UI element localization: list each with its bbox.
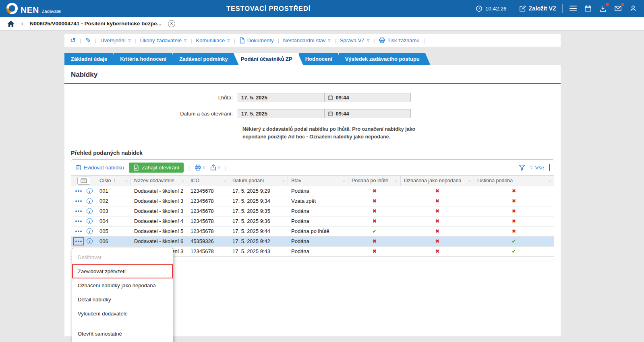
table-row-001[interactable]: i001Dodavatel - školení 21234567817. 5. … bbox=[71, 186, 554, 196]
tab-6[interactable]: Výsledek zadávacího postupu bbox=[339, 53, 431, 65]
home-icon[interactable] bbox=[7, 21, 14, 27]
check-icon: ✔ bbox=[512, 248, 516, 254]
toolbar-item-1[interactable]: Uveřejnění▽ bbox=[100, 37, 130, 43]
toolbar-separator: | bbox=[335, 37, 336, 43]
column-header-7[interactable]: Označena jako nepodaná▽ bbox=[401, 176, 474, 186]
grid-toolbar: Evidovat nabídku Zahájit otevírání | ▽ ▽ bbox=[71, 160, 554, 175]
edit-pencil-icon[interactable]: ✎ bbox=[85, 37, 91, 44]
view-selector[interactable]: ▽ Vše bbox=[530, 165, 544, 171]
nen-logo[interactable]: NEN Zadavatel bbox=[6, 3, 61, 14]
row-info-icon[interactable]: i bbox=[87, 228, 93, 234]
cross-icon: ✖ bbox=[512, 228, 516, 234]
evidovat-nabidku-button[interactable]: Evidovat nabídku bbox=[75, 164, 124, 171]
row-info-icon[interactable]: i bbox=[87, 208, 93, 214]
table-row-002[interactable]: i002Dodavatel - školení 31234567817. 5. … bbox=[71, 196, 554, 206]
row-menu-button[interactable] bbox=[74, 208, 83, 214]
tab-1[interactable]: Základní údaje bbox=[64, 53, 118, 65]
downloads-button[interactable] bbox=[598, 4, 607, 13]
filter-button[interactable] bbox=[519, 165, 525, 171]
row-info-icon[interactable]: i bbox=[87, 198, 93, 204]
grid-toolbar-separator: | bbox=[188, 165, 190, 171]
cross-icon: ✖ bbox=[373, 238, 377, 244]
clock-icon bbox=[476, 5, 482, 12]
column-filter-caret-icon[interactable]: ▽ bbox=[180, 179, 184, 183]
context-menu-item-2[interactable]: Zaevidovat zpětvzetí bbox=[72, 264, 173, 278]
row-info-icon[interactable]: i bbox=[87, 188, 93, 194]
cell-listinna-podoba: ✖ bbox=[474, 196, 554, 206]
toolbar-item-4[interactable]: Dokumenty bbox=[239, 37, 274, 43]
cell-ico: 12345678 bbox=[187, 186, 229, 196]
calendar-button[interactable] bbox=[584, 4, 592, 13]
column-filter-caret-icon[interactable]: ▽ bbox=[341, 179, 345, 183]
toolbar-item-3[interactable]: Komunikace▽ bbox=[196, 37, 230, 43]
column-filter-caret-icon[interactable]: ▽ bbox=[124, 179, 128, 183]
column-header-4[interactable]: Datum podání▽ bbox=[229, 176, 288, 186]
export-grid-button[interactable]: ▽ bbox=[210, 164, 220, 171]
row-menu-button[interactable] bbox=[74, 198, 83, 204]
context-menu-item-6[interactable]: Otevřít samostatně bbox=[72, 327, 173, 341]
row-menu-button[interactable] bbox=[74, 238, 83, 245]
toolbar-item-2[interactable]: Úkony zadavatele▽ bbox=[140, 37, 187, 43]
context-menu-item-5[interactable]: Vyloučení dodavatele bbox=[72, 307, 173, 321]
row-menu-button[interactable] bbox=[74, 228, 83, 235]
lhuta-time-input[interactable]: 09:44 bbox=[324, 93, 411, 102]
main-menu-button[interactable] bbox=[569, 5, 578, 12]
column-filter-caret-icon[interactable]: ▽ bbox=[393, 179, 398, 183]
toolbar-item-7[interactable]: Tisk záznamu bbox=[379, 37, 420, 43]
cell-datum-podani: 17. 5. 2025 9:34 bbox=[229, 196, 288, 206]
row-menu-button[interactable] bbox=[74, 218, 83, 225]
column-header-3[interactable]: IČO▽ bbox=[187, 176, 229, 186]
table-row-004[interactable]: i004Dodavatel - školení 41234567817. 5. … bbox=[71, 216, 554, 227]
dropdown-caret-icon: ▽ bbox=[128, 39, 130, 42]
row-info-icon[interactable]: i bbox=[87, 218, 93, 224]
column-filter-caret-icon[interactable]: ▽ bbox=[547, 179, 551, 183]
cell-stav: Podána bbox=[288, 247, 348, 256]
context-menu-item-3[interactable]: Označení nabídky jako nepodaná bbox=[72, 278, 173, 293]
calendar-small-icon bbox=[328, 111, 333, 116]
sort-ascending-icon: ↑ bbox=[113, 178, 115, 183]
tab-2[interactable]: Kritéria hodnocení bbox=[114, 53, 177, 65]
zalozit-vz-button[interactable]: Založit VZ bbox=[519, 5, 556, 12]
table-row-003[interactable]: i003Dodavatel - školení 31234567817. 5. … bbox=[71, 206, 554, 216]
column-filter-caret-icon[interactable]: ▽ bbox=[467, 179, 471, 183]
cell-podana-po-lhute: ✔ bbox=[348, 227, 401, 236]
tab-5[interactable]: Hodnocení bbox=[299, 53, 343, 65]
context-menu: DešifrovatZaevidovat zpětvzetíOznačení n… bbox=[72, 248, 173, 342]
column-settings-button[interactable] bbox=[77, 177, 90, 185]
table-row-006[interactable]: iDešifrovatZaevidovat zpětvzetíOznačení … bbox=[71, 237, 554, 247]
toolbar-item-6[interactable]: Správa VZ▽ bbox=[340, 37, 370, 43]
column-header-5[interactable]: Stav▽ bbox=[288, 176, 348, 186]
breadcrumb-item[interactable]: N006/25/V00004741 - Posílení kybernetick… bbox=[30, 21, 162, 27]
late-offer-warning: Některý z dodavatelů podal nabídku po lh… bbox=[242, 126, 426, 141]
cell-oznacena-jako-nepodana: ✖ bbox=[401, 186, 474, 196]
lhuta-date-input[interactable]: 17. 5. 2025 bbox=[238, 93, 324, 102]
column-header-2[interactable]: Název dodavatele▽ bbox=[131, 176, 187, 186]
toolbar-separator: | bbox=[135, 37, 136, 43]
messages-button[interactable] bbox=[613, 4, 623, 13]
otevirani-time-input[interactable]: 09:44 bbox=[324, 109, 411, 118]
close-record-icon[interactable]: ✕ bbox=[168, 20, 175, 27]
header-actions: 10:42:26 Založit VZ bbox=[476, 4, 638, 13]
table-row-005[interactable]: i005Dodavatel - školení 51234567817. 5. … bbox=[71, 227, 554, 237]
history-icon[interactable]: ↺ bbox=[70, 37, 76, 44]
zahajit-otevirani-button[interactable]: Zahájit otevírání bbox=[129, 163, 184, 173]
row-menu-button[interactable] bbox=[74, 188, 83, 194]
user-profile-button[interactable] bbox=[629, 4, 638, 13]
column-header-1[interactable]: Číslo↑▽ bbox=[96, 176, 131, 186]
toolbar-item-5[interactable]: Nestandardní stav▽ bbox=[283, 37, 331, 43]
cross-icon: ✖ bbox=[373, 208, 377, 214]
context-menu-item-1[interactable]: Dešifrovat bbox=[72, 250, 173, 264]
column-header-8[interactable]: Listinná podoba▽ bbox=[474, 176, 554, 186]
column-filter-caret-icon[interactable]: ▽ bbox=[222, 179, 226, 183]
row-info-icon[interactable]: i bbox=[87, 238, 93, 244]
tab-3[interactable]: Zadávací podmínky bbox=[173, 53, 239, 65]
context-menu-item-4[interactable]: Detail nabídky bbox=[72, 293, 173, 307]
print-grid-button[interactable]: ▽ bbox=[195, 165, 205, 171]
otevirani-date-input[interactable]: 17. 5. 2025 bbox=[238, 109, 324, 118]
column-filter-caret-icon[interactable]: ▽ bbox=[281, 179, 285, 183]
column-header-6[interactable]: Podaná po lhůtě▽ bbox=[348, 176, 401, 186]
row-actions-cell: i bbox=[71, 227, 96, 236]
calendar-small-icon bbox=[328, 95, 333, 100]
context-menu-separator bbox=[72, 323, 173, 323]
tab-4[interactable]: Podání účastníků ZP bbox=[234, 53, 303, 65]
